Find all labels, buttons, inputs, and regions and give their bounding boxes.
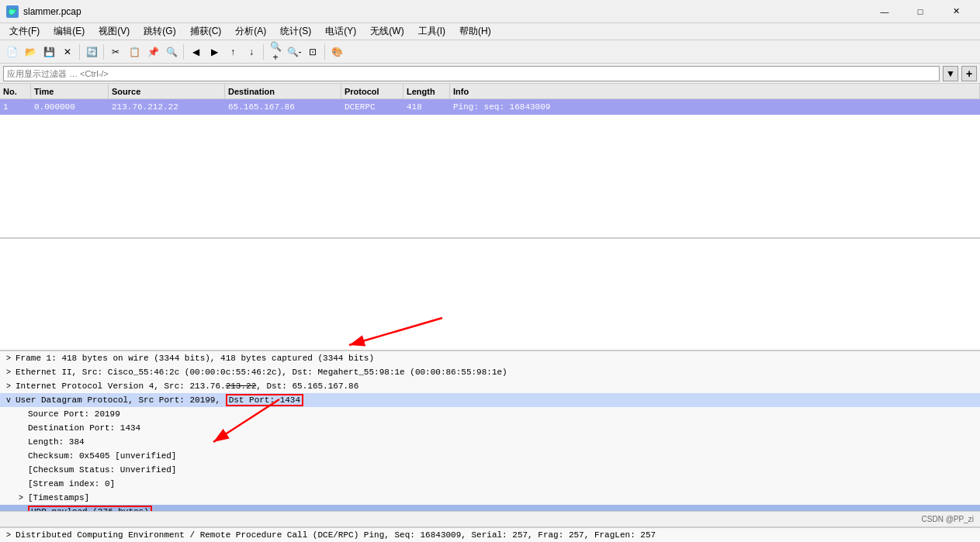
expand-dce[interactable]: > [6, 531, 16, 540]
toolbar-open[interactable]: 📂 [22, 43, 39, 60]
expand-length [19, 438, 28, 447]
packet-time: 0.000000 [31, 102, 109, 112]
titlebar-controls: — □ ✕ [867, 0, 974, 23]
packet-info: Ping: seq: 16843009 [450, 102, 980, 112]
menu-go[interactable]: 跳转(G) [137, 24, 182, 40]
detail-stream-index[interactable]: [Stream index: 0] [0, 477, 980, 491]
menu-file[interactable]: 文件(F) [3, 24, 46, 40]
src-port-text: Source Port: 20199 [28, 409, 120, 419]
toolbar-close[interactable]: ✕ [59, 43, 76, 60]
toolbar-forward[interactable]: ▶ [206, 43, 223, 60]
expand-stream-index [19, 480, 28, 488]
expand-checksum [19, 452, 28, 461]
packet-source: 213.76.212.22 [109, 102, 225, 112]
packet-header: No. Time Source Destination Protocol Len… [0, 84, 980, 99]
separator1 [79, 44, 80, 60]
separator3 [183, 44, 184, 60]
toolbar-down[interactable]: ↓ [243, 43, 260, 60]
toolbar-reload[interactable]: 🔄 [83, 43, 100, 60]
length-text: Length: 384 [28, 437, 85, 447]
detail-checksum[interactable]: Checksum: 0x5405 [unverified] [0, 449, 980, 463]
status-text: CSDN @PP_zi [922, 515, 974, 523]
toolbar-zoomin[interactable]: 🔍+ [267, 43, 284, 60]
checksum-status-text: [Checksum Status: Unverified] [28, 465, 176, 475]
menu-statistics[interactable]: 统计(S) [274, 24, 317, 40]
menu-wireless[interactable]: 无线(W) [364, 24, 410, 40]
detail-frame[interactable]: > Frame 1: 418 bytes on wire (3344 bits)… [0, 351, 980, 365]
filter-input[interactable] [3, 66, 940, 81]
packet-list[interactable]: No. Time Source Destination Protocol Len… [0, 84, 980, 239]
packet-row[interactable]: 1 0.000000 213.76.212.22 65.165.167.86 D… [0, 99, 980, 115]
expand-timestamps[interactable]: > [19, 494, 28, 502]
toolbar-paste[interactable]: 📌 [144, 43, 161, 60]
dst-port-text: Destination Port: 1434 [28, 423, 140, 433]
stream-index-text: [Stream index: 0] [28, 479, 115, 488]
toolbar-find[interactable]: 🔍 [163, 43, 180, 60]
packet-destination: 65.165.167.86 [225, 102, 341, 112]
col-header-info: Info [450, 84, 980, 98]
toolbar-zoomfit[interactable]: ⊡ [304, 43, 321, 60]
menubar: 文件(F) 编辑(E) 视图(V) 跳转(G) 捕获(C) 分析(A) 统计(S… [0, 23, 980, 40]
col-header-protocol: Protocol [341, 84, 403, 98]
detail-ip[interactable]: > Internet Protocol Version 4, Src: 213.… [0, 379, 980, 393]
dce-row[interactable]: > Distributed Computing Environment / Re… [0, 528, 980, 542]
menu-edit[interactable]: 编辑(E) [47, 24, 91, 40]
detail-src-port[interactable]: Source Port: 20199 [0, 407, 980, 421]
expand-udp[interactable]: v [6, 396, 16, 405]
detail-dst-port[interactable]: Destination Port: 1434 [0, 421, 980, 435]
toolbar-coloring[interactable]: 🎨 [328, 43, 345, 60]
detail-checksum-status[interactable]: [Checksum Status: Unverified] [0, 463, 980, 477]
detail-timestamps[interactable]: > [Timestamps] [0, 491, 980, 505]
detail-udp[interactable]: v User Datagram Protocol, Src Port: 2019… [0, 393, 980, 407]
menu-phone[interactable]: 电话(Y) [319, 24, 362, 40]
expand-frame[interactable]: > [6, 354, 16, 363]
filter-add[interactable]: + [961, 66, 977, 81]
menu-help[interactable]: 帮助(H) [453, 24, 497, 40]
timestamps-text: [Timestamps] [28, 493, 89, 502]
separator5 [324, 44, 325, 60]
toolbar-zoomout[interactable]: 🔍- [286, 43, 303, 60]
toolbar: 📄 📂 💾 ✕ 🔄 ✂ 📋 📌 🔍 ◀ ▶ ↑ ↓ 🔍+ 🔍- ⊡ 🎨 [0, 40, 980, 64]
titlebar-left: slammer.pcap [6, 5, 81, 18]
spacer-area [0, 239, 980, 350]
minimize-button[interactable]: — [867, 0, 902, 23]
menu-view[interactable]: 视图(V) [92, 24, 136, 40]
packet-no: 1 [0, 102, 31, 112]
close-button[interactable]: ✕ [938, 0, 974, 23]
toolbar-save[interactable]: 💾 [40, 43, 57, 60]
expand-ethernet[interactable]: > [6, 368, 16, 377]
dce-text: Distributed Computing Environment / Remo… [16, 530, 656, 540]
expand-ip[interactable]: > [6, 382, 16, 391]
filter-dropdown[interactable]: ▼ [943, 66, 958, 81]
menu-capture[interactable]: 捕获(C) [184, 24, 228, 40]
col-header-no: No. [0, 84, 31, 98]
menu-tools[interactable]: 工具(I) [412, 24, 452, 40]
bottom-status: CSDN @PP_zi [0, 511, 980, 526]
main-content: No. Time Source Destination Protocol Len… [0, 84, 980, 542]
separator4 [263, 44, 264, 60]
toolbar-cut[interactable]: ✂ [107, 43, 124, 60]
checksum-text: Checksum: 0x5405 [unverified] [28, 451, 176, 461]
menu-analyze[interactable]: 分析(A) [229, 24, 272, 40]
frame-text: Frame 1: 418 bytes on wire (3344 bits), … [16, 354, 374, 363]
ip-text: Internet Protocol Version 4, Src: 213.76… [16, 381, 358, 391]
toolbar-back[interactable]: ◀ [187, 43, 204, 60]
toolbar-new[interactable]: 📄 [3, 43, 20, 60]
expand-checksum-status [19, 466, 28, 475]
toolbar-up[interactable]: ↑ [224, 43, 241, 60]
udp-text: User Datagram Protocol, Src Port: 20199,… [16, 395, 303, 405]
window-title: slammer.pcap [23, 6, 81, 17]
detail-length[interactable]: Length: 384 [0, 435, 980, 449]
detail-ethernet[interactable]: > Ethernet II, Src: Cisco_55:46:2c (00:0… [0, 365, 980, 379]
titlebar: slammer.pcap — □ ✕ [0, 0, 980, 23]
col-header-source: Source [109, 84, 225, 98]
packet-protocol: DCERPC [341, 102, 403, 112]
separator2 [103, 44, 104, 60]
packet-detail[interactable]: > Frame 1: 418 bytes on wire (3344 bits)… [0, 350, 980, 528]
packet-length: 418 [403, 102, 450, 112]
ethernet-text: Ethernet II, Src: Cisco_55:46:2c (00:00:… [16, 368, 507, 377]
col-header-destination: Destination [225, 84, 341, 98]
toolbar-copy[interactable]: 📋 [126, 43, 143, 60]
maximize-button[interactable]: □ [902, 0, 938, 23]
col-header-length: Length [403, 84, 450, 98]
